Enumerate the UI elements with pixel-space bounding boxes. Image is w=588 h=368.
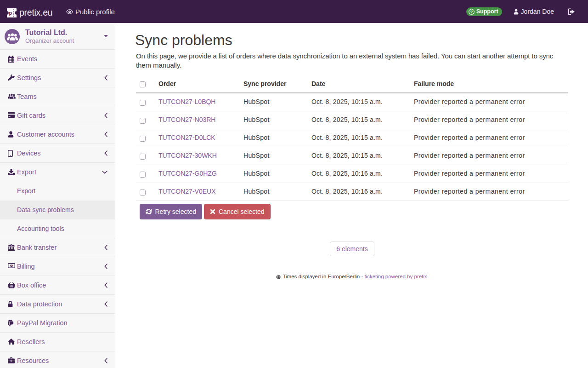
svg-text:p: p xyxy=(9,10,12,16)
svg-text:0: 0 xyxy=(11,264,12,267)
svg-text:?: ? xyxy=(470,9,472,14)
